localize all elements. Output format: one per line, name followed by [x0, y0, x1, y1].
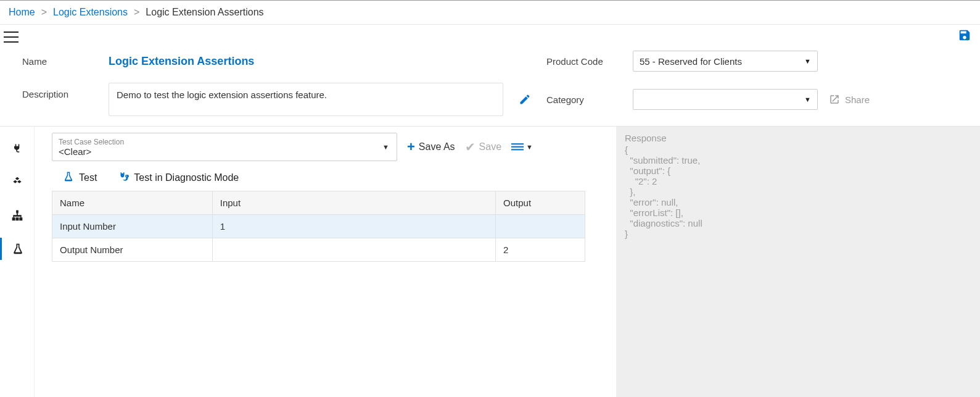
share-icon [829, 94, 840, 105]
save-button: ✔ Save [465, 140, 501, 154]
description-label: Description [22, 83, 109, 99]
svg-rect-0 [16, 211, 18, 212]
description-input[interactable]: Demo to test the logic extension asserti… [109, 83, 503, 116]
col-header-name[interactable]: Name [52, 191, 213, 215]
breadcrumb-current: Logic Extension Assertions [146, 7, 263, 18]
hierarchy-icon [11, 209, 23, 222]
table-row[interactable]: Output Number 2 [52, 238, 585, 262]
vtab-plug[interactable] [0, 138, 34, 160]
svg-rect-1 [12, 217, 14, 219]
svg-rect-2 [16, 217, 18, 219]
product-code-value: 55 - Reserved for Clients [640, 56, 742, 67]
cell-name: Output Number [52, 238, 213, 262]
category-select[interactable]: ▼ [633, 89, 818, 110]
breadcrumb-logic-extensions[interactable]: Logic Extensions [53, 7, 128, 18]
breadcrumb: Home > Logic Extensions > Logic Extensio… [0, 0, 980, 25]
plus-icon: + [407, 139, 415, 155]
cell-output[interactable]: 2 [496, 238, 585, 262]
vtab-objects[interactable] [0, 171, 34, 193]
test-case-selection-value: <Clear> [59, 146, 390, 157]
chevron-down-icon: ▼ [382, 143, 389, 151]
test-diagnostic-button[interactable]: Test in Diagnostic Mode [118, 171, 239, 185]
overflow-menu-button[interactable]: ▼ [511, 143, 533, 151]
test-button[interactable]: Test [63, 171, 97, 185]
test-label: Test [79, 172, 97, 183]
table-row[interactable]: Input Number 1 [52, 215, 585, 238]
product-code-label: Product Code [546, 56, 633, 67]
col-header-output[interactable]: Output [496, 191, 585, 215]
breadcrumb-sep: > [134, 7, 139, 18]
hamburger-menu-icon[interactable] [4, 31, 19, 43]
share-button[interactable]: Share [818, 94, 892, 105]
flask-icon [12, 243, 24, 255]
edit-description-button[interactable] [503, 93, 546, 106]
chevron-down-icon: ▼ [526, 143, 533, 151]
response-panel: Response { "submitted": true, "output": … [616, 127, 980, 397]
menu-lines-icon [511, 143, 524, 151]
flask-icon [63, 171, 74, 185]
response-body: { "submitted": true, "output": { "2": 2 … [625, 144, 971, 239]
breadcrumb-home[interactable]: Home [9, 7, 35, 18]
col-header-input[interactable]: Input [212, 191, 495, 215]
vtab-test[interactable] [0, 238, 34, 260]
test-diagnostic-label: Test in Diagnostic Mode [134, 172, 239, 183]
page-title: Logic Extension Assertions [109, 55, 503, 68]
cell-input[interactable]: 1 [212, 215, 495, 238]
save-as-label: Save As [419, 141, 455, 153]
svg-rect-3 [20, 217, 22, 219]
objects-icon [11, 176, 23, 188]
svg-rect-5 [511, 146, 524, 148]
response-header: Response [625, 133, 971, 143]
save-as-button[interactable]: + Save As [407, 139, 455, 155]
test-case-selection-label: Test Case Selection [59, 138, 390, 146]
cell-input[interactable] [212, 238, 495, 262]
svg-rect-4 [511, 143, 524, 144]
plug-icon [11, 143, 23, 155]
chevron-down-icon: ▼ [804, 96, 811, 103]
breadcrumb-sep: > [41, 7, 47, 18]
vtab-hierarchy[interactable] [0, 204, 34, 227]
product-code-select[interactable]: 55 - Reserved for Clients ▼ [633, 51, 818, 72]
svg-rect-6 [511, 149, 524, 150]
name-label: Name [22, 56, 109, 67]
chevron-down-icon: ▼ [804, 57, 811, 65]
category-label: Category [546, 94, 633, 105]
check-icon: ✔ [465, 140, 476, 154]
cell-output[interactable] [496, 215, 585, 238]
share-label: Share [845, 94, 870, 105]
test-case-selection-dropdown[interactable]: Test Case Selection <Clear> ▼ [52, 133, 397, 161]
cell-name: Input Number [52, 215, 213, 238]
vertical-tab-rail [0, 127, 35, 397]
stethoscope-icon [118, 171, 129, 185]
save-record-icon[interactable] [958, 28, 971, 46]
io-table: Name Input Output Input Number 1 Output … [52, 191, 585, 262]
save-label: Save [479, 141, 501, 153]
